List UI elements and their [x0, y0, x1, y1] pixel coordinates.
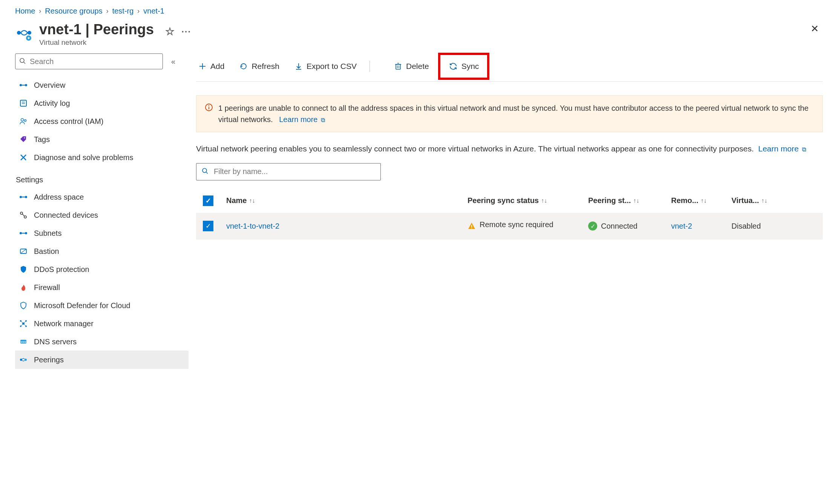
svg-point-50 [202, 168, 207, 173]
chevron-right-icon: › [39, 7, 41, 15]
filter-box[interactable] [196, 163, 381, 180]
plus-icon [198, 62, 207, 70]
row-checkbox[interactable]: ✓ [203, 221, 213, 231]
description-text: Virtual network peering enables you to s… [196, 144, 754, 153]
sidebar-item-bastion[interactable]: Bastion [15, 242, 189, 260]
svg-point-6 [25, 84, 27, 86]
breadcrumb-test-rg[interactable]: test-rg [112, 7, 134, 15]
delete-button[interactable]: Delete [392, 60, 431, 72]
breadcrumb-home[interactable]: Home [15, 7, 35, 15]
svg-line-19 [22, 214, 25, 216]
sidebar-item-diagnose[interactable]: Diagnose and solve problems [15, 148, 189, 166]
more-icon[interactable]: ··· [181, 26, 191, 37]
delete-label: Delete [406, 62, 429, 71]
main-content: Add Refresh Export to CSV Delete [196, 53, 834, 369]
gateway-text: Disabled [731, 222, 823, 231]
table-row[interactable]: ✓ vnet-1-to-vnet-2 Remote sync required … [196, 213, 823, 240]
sidebar-item-label: Subnets [34, 229, 61, 238]
svg-point-37 [25, 359, 27, 361]
page-header: vnet-1 | Peerings ☆ ··· Virtual network … [0, 19, 834, 53]
description-learn-more-link[interactable]: Learn more ⧉ [758, 144, 806, 153]
sidebar-item-label: Overview [34, 81, 65, 90]
sidebar-item-subnets[interactable]: Subnets [15, 224, 189, 242]
sidebar-item-label: Diagnose and solve problems [34, 153, 133, 162]
remote-vnet-link[interactable]: vnet-2 [671, 222, 692, 230]
firewall-icon [19, 283, 28, 292]
sidebar-item-address-space[interactable]: Address space [15, 188, 189, 206]
sidebar-item-activity-log[interactable]: Activity log [15, 94, 189, 112]
diagnose-icon [19, 153, 28, 162]
add-button[interactable]: Add [196, 60, 227, 72]
sidebar-item-label: Microsoft Defender for Cloud [34, 301, 130, 310]
filter-input[interactable] [214, 167, 375, 176]
sidebar-item-peerings[interactable]: Peerings [15, 351, 189, 369]
svg-point-0 [17, 31, 21, 35]
external-link-icon: ⧉ [319, 117, 325, 123]
address-space-icon [19, 192, 28, 202]
warning-icon [468, 222, 476, 232]
col-name[interactable]: Name ↑↓ [226, 196, 468, 205]
svg-point-1 [28, 31, 31, 35]
toolbar: Add Refresh Export to CSV Delete [196, 53, 823, 82]
sidebar-item-defender[interactable]: Microsoft Defender for Cloud [15, 296, 189, 315]
sidebar-item-network-manager[interactable]: Network manager [15, 315, 189, 333]
success-icon: ✓ [588, 221, 597, 231]
svg-line-32 [21, 324, 23, 326]
collapse-sidebar-icon[interactable]: « [171, 57, 175, 66]
sidebar-item-iam[interactable]: Access control (IAM) [15, 112, 189, 130]
sync-label: Sync [461, 62, 479, 71]
search-icon [19, 58, 26, 66]
peerings-table: ✓ Name ↑↓ Peering sync status ↑↓ Peering… [196, 192, 823, 240]
external-link-icon: ⧉ [800, 146, 806, 153]
svg-point-20 [20, 232, 22, 234]
col-peering-status[interactable]: Peering st... ↑↓ [588, 196, 671, 205]
info-icon [205, 103, 213, 125]
svg-point-13 [24, 137, 25, 139]
sync-highlight-box: Sync [438, 53, 490, 80]
sidebar-item-label: Connected devices [34, 211, 98, 220]
sort-icon: ↑↓ [249, 197, 255, 204]
add-label: Add [210, 62, 224, 71]
svg-point-14 [20, 196, 22, 198]
refresh-label: Refresh [251, 62, 279, 71]
peering-name-link[interactable]: vnet-1-to-vnet-2 [226, 222, 279, 230]
refresh-button[interactable]: Refresh [237, 60, 282, 72]
col-remote[interactable]: Remo... ↑↓ [671, 196, 731, 205]
sidebar-item-label: DDoS protection [34, 265, 89, 274]
svg-line-33 [23, 324, 26, 326]
sidebar-item-dns[interactable]: www DNS servers [15, 333, 189, 351]
favorite-icon[interactable]: ☆ [165, 25, 175, 38]
svg-rect-42 [396, 64, 400, 69]
col-sync-status[interactable]: Peering sync status ↑↓ [468, 196, 588, 205]
sidebar-item-tags[interactable]: Tags [15, 130, 189, 148]
select-all-checkbox[interactable]: ✓ [203, 195, 213, 206]
close-button[interactable]: ✕ [811, 23, 819, 35]
breadcrumb-vnet-1[interactable]: vnet-1 [143, 7, 164, 15]
breadcrumb-resource-groups[interactable]: Resource groups [45, 7, 102, 15]
sync-button[interactable]: Sync [446, 60, 481, 72]
svg-point-48 [208, 105, 210, 107]
alert-learn-more-link[interactable]: Learn more ⧉ [279, 115, 325, 124]
search-icon [202, 168, 208, 176]
sidebar-item-firewall[interactable]: Firewall [15, 278, 189, 296]
sidebar-item-overview[interactable]: Overview [15, 76, 189, 94]
sidebar-group-settings: Settings [15, 166, 189, 188]
export-button[interactable]: Export to CSV [292, 60, 359, 72]
svg-rect-53 [471, 228, 472, 228]
ddos-icon [19, 265, 28, 274]
sidebar-item-connected-devices[interactable]: Connected devices [15, 206, 189, 224]
sidebar-item-ddos[interactable]: DDoS protection [15, 260, 189, 278]
devices-icon [19, 211, 28, 220]
sidebar-search[interactable] [15, 53, 163, 69]
svg-line-30 [21, 321, 23, 324]
sync-status-text: Remote sync required [480, 220, 553, 229]
page-title: vnet-1 | Peerings [39, 21, 154, 38]
sort-icon: ↑↓ [541, 197, 547, 204]
sidebar-item-label: Access control (IAM) [34, 117, 103, 126]
search-input[interactable] [30, 57, 159, 66]
trash-icon [394, 62, 402, 70]
svg-point-11 [21, 119, 24, 121]
col-gateway[interactable]: Virtua... ↑↓ [731, 196, 823, 205]
export-label: Export to CSV [307, 62, 357, 71]
subnets-icon [19, 229, 28, 238]
